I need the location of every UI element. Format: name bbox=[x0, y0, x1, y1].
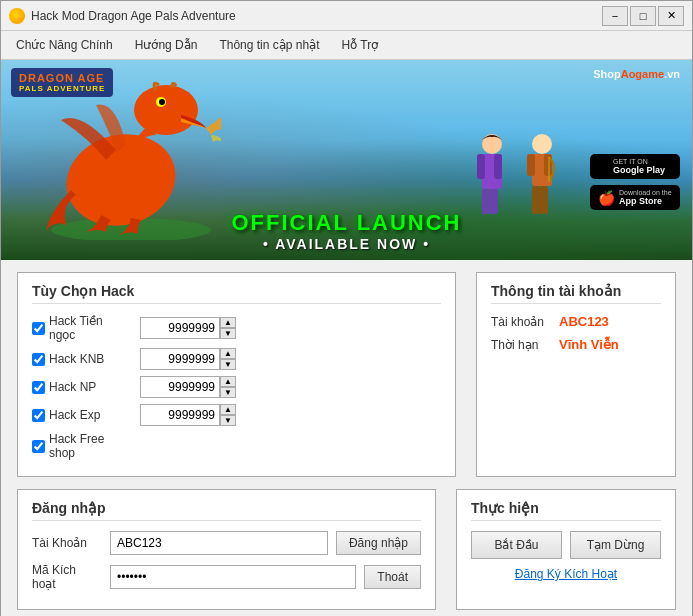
np-up[interactable]: ▲ bbox=[220, 376, 236, 387]
np-spinner: ▲ ▼ bbox=[140, 376, 236, 398]
np-down[interactable]: ▼ bbox=[220, 387, 236, 398]
top-columns: Tùy Chọn Hack Hack Tiền ngọc ▲ ▼ bbox=[17, 272, 676, 477]
hack-knb-label[interactable]: Hack KNB bbox=[32, 352, 132, 366]
knb-down[interactable]: ▼ bbox=[220, 359, 236, 370]
game-banner: DRAGON AGE PALS ADVENTURE ShopAogame.vn bbox=[1, 60, 692, 260]
np-input[interactable] bbox=[140, 376, 220, 398]
hack-tien-ngoc-checkbox[interactable] bbox=[32, 322, 45, 335]
tai-khoan-value: ABC123 bbox=[559, 314, 609, 329]
app-store-badge[interactable]: 🍎 Download on the App Store bbox=[590, 185, 680, 210]
hack-knb-checkbox[interactable] bbox=[32, 353, 45, 366]
hack-np-label[interactable]: Hack NP bbox=[32, 380, 132, 394]
tien-ngoc-up[interactable]: ▲ bbox=[220, 317, 236, 328]
exit-button[interactable]: Thoát bbox=[364, 565, 421, 589]
register-link[interactable]: Đăng Ký Kích Hoạt bbox=[471, 567, 661, 581]
hack-free-shop-checkbox[interactable] bbox=[32, 440, 45, 453]
hack-exp-checkbox[interactable] bbox=[32, 409, 45, 422]
tai-khoan-label: Tài khoản bbox=[491, 315, 551, 329]
start-button[interactable]: Bắt Đầu bbox=[471, 531, 562, 559]
app-icon bbox=[9, 8, 25, 24]
thoi-han-value: Vĩnh Viễn bbox=[559, 337, 619, 352]
pause-button[interactable]: Tạm Dừng bbox=[570, 531, 661, 559]
thoi-han-label: Thời hạn bbox=[491, 338, 551, 352]
svg-rect-7 bbox=[477, 154, 485, 179]
execute-buttons: Bắt Đầu Tạm Dừng bbox=[471, 531, 661, 559]
hack-tien-ngoc-label[interactable]: Hack Tiền ngọc bbox=[32, 314, 132, 342]
hack-section-title: Tùy Chọn Hack bbox=[32, 283, 441, 304]
hack-row-free-shop: Hack Free shop bbox=[32, 432, 441, 460]
menu-item-thong-tin[interactable]: Thông tin cập nhật bbox=[208, 33, 330, 57]
hack-np-checkbox[interactable] bbox=[32, 381, 45, 394]
menu-item-huong-dan[interactable]: Hướng Dẫn bbox=[124, 33, 209, 57]
title-bar-text: Hack Mod Dragon Age Pals Adventure bbox=[31, 9, 602, 23]
shop-logo: ShopAogame.vn bbox=[593, 68, 680, 80]
svg-rect-13 bbox=[527, 154, 535, 176]
main-content: Tùy Chọn Hack Hack Tiền ngọc ▲ ▼ bbox=[1, 260, 692, 616]
game-logo: DRAGON AGE PALS ADVENTURE bbox=[11, 68, 113, 97]
tai-khoan-form-row: Tài Khoản Đăng nhập bbox=[32, 531, 421, 555]
hack-row-tien-ngoc: Hack Tiền ngọc ▲ ▼ bbox=[32, 314, 441, 342]
hack-free-shop-label[interactable]: Hack Free shop bbox=[32, 432, 132, 460]
svg-point-2 bbox=[134, 85, 198, 135]
hack-row-knb: Hack KNB ▲ ▼ bbox=[32, 348, 441, 370]
svg-rect-8 bbox=[494, 154, 502, 179]
close-button[interactable]: ✕ bbox=[658, 6, 684, 26]
svg-point-11 bbox=[532, 134, 552, 154]
launch-text: OFFICIAL LAUNCH • AVAILABLE NOW • bbox=[1, 210, 692, 252]
login-button[interactable]: Đăng nhập bbox=[336, 531, 421, 555]
hack-section: Tùy Chọn Hack Hack Tiền ngọc ▲ ▼ bbox=[17, 272, 456, 477]
store-badges: ▶ GET IT ON Google Play 🍎 Download on th… bbox=[590, 154, 680, 210]
app-window: Hack Mod Dragon Age Pals Adventure − □ ✕… bbox=[0, 0, 693, 616]
minimize-button[interactable]: − bbox=[602, 6, 628, 26]
svg-rect-14 bbox=[544, 154, 552, 176]
knb-input[interactable] bbox=[140, 348, 220, 370]
bottom-columns: Đăng nhập Tài Khoản Đăng nhập Mã Kích ho… bbox=[17, 489, 676, 610]
menu-item-chuc-nang[interactable]: Chức Năng Chính bbox=[5, 33, 124, 57]
tai-khoan-form-input[interactable] bbox=[110, 531, 328, 555]
login-section: Đăng nhập Tài Khoản Đăng nhập Mã Kích ho… bbox=[17, 489, 436, 610]
tien-ngoc-input[interactable] bbox=[140, 317, 220, 339]
menu-bar: Chức Năng Chính Hướng Dẫn Thông tin cập … bbox=[1, 31, 692, 60]
title-bar: Hack Mod Dragon Age Pals Adventure − □ ✕ bbox=[1, 1, 692, 31]
hack-exp-label[interactable]: Hack Exp bbox=[32, 408, 132, 422]
exp-input[interactable] bbox=[140, 404, 220, 426]
hack-row-np: Hack NP ▲ ▼ bbox=[32, 376, 441, 398]
exp-spinner: ▲ ▼ bbox=[140, 404, 236, 426]
characters-image bbox=[467, 132, 567, 222]
ma-kich-hoat-form-row: Mã Kích hoạt Thoát bbox=[32, 563, 421, 591]
account-section-title: Thông tin tài khoản bbox=[491, 283, 661, 304]
exp-down[interactable]: ▼ bbox=[220, 415, 236, 426]
maximize-button[interactable]: □ bbox=[630, 6, 656, 26]
menu-item-ho-tro[interactable]: Hỗ Trợ bbox=[330, 33, 389, 57]
window-controls: − □ ✕ bbox=[602, 6, 684, 26]
tai-khoan-row: Tài khoản ABC123 bbox=[491, 314, 661, 329]
svg-point-4 bbox=[159, 99, 165, 105]
ma-kich-hoat-form-label: Mã Kích hoạt bbox=[32, 563, 102, 591]
account-section: Thông tin tài khoản Tài khoản ABC123 Thờ… bbox=[476, 272, 676, 477]
thoi-han-row: Thời hạn Vĩnh Viễn bbox=[491, 337, 661, 352]
login-section-title: Đăng nhập bbox=[32, 500, 421, 521]
ma-kich-hoat-form-input[interactable] bbox=[110, 565, 356, 589]
hack-row-exp: Hack Exp ▲ ▼ bbox=[32, 404, 441, 426]
tien-ngoc-down[interactable]: ▼ bbox=[220, 328, 236, 339]
knb-up[interactable]: ▲ bbox=[220, 348, 236, 359]
knb-spinner: ▲ ▼ bbox=[140, 348, 236, 370]
google-play-badge[interactable]: ▶ GET IT ON Google Play bbox=[590, 154, 680, 179]
execute-section: Thực hiện Bắt Đầu Tạm Dừng Đăng Ký Kích … bbox=[456, 489, 676, 610]
tien-ngoc-spinner: ▲ ▼ bbox=[140, 317, 236, 339]
exp-up[interactable]: ▲ bbox=[220, 404, 236, 415]
execute-section-title: Thực hiện bbox=[471, 500, 661, 521]
tai-khoan-form-label: Tài Khoản bbox=[32, 536, 102, 550]
